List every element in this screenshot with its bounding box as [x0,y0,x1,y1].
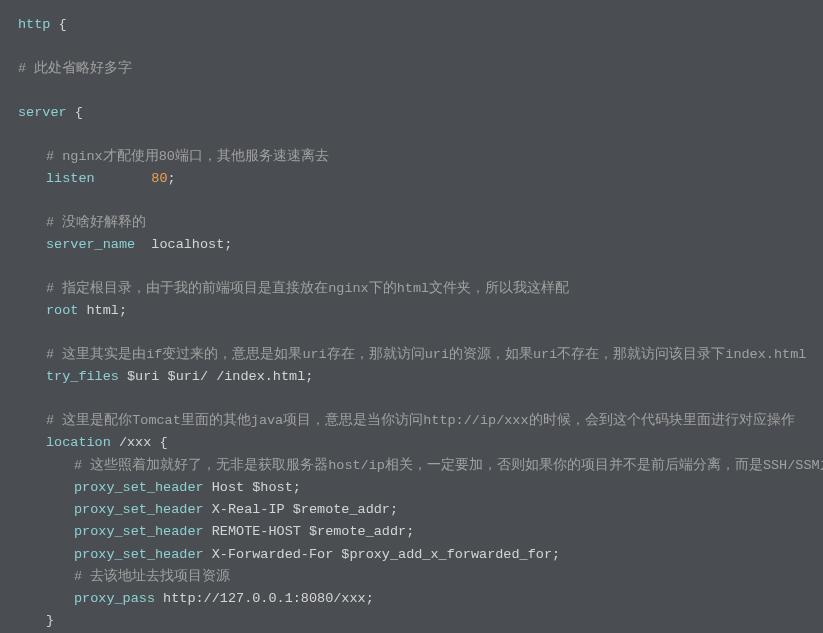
code-line: proxy_set_header REMOTE-HOST $remote_add… [18,521,805,543]
value: X-Forwarded-For $proxy_add_x_forwarded_f… [204,547,560,562]
kw-proxysetheader: proxy_set_header [74,547,204,562]
blank-line [18,388,805,410]
comment: # 此处省略好多字 [18,61,132,76]
kw-servername: server_name [46,237,135,252]
code-line: # 这些照着加就好了，无非是获取服务器host/ip相关，一定要加，否则如果你的… [18,455,805,477]
comment: # 这些照着加就好了，无非是获取服务器host/ip相关，一定要加，否则如果你的… [74,458,823,473]
code-line: http { [18,14,805,36]
code-line: # 这里其实是由if变过来的，意思是如果uri存在，那就访问uri的资源，如果u… [18,344,805,366]
kw-proxysetheader: proxy_set_header [74,480,204,495]
code-line: root html; [18,300,805,322]
kw-proxypass: proxy_pass [74,591,155,606]
code-line: listen 80; [18,168,805,190]
kw-listen: listen [46,171,95,186]
value: localhost; [135,237,232,252]
kw-http: http [18,17,50,32]
num-port: 80 [151,171,167,186]
code-line: proxy_pass http://127.0.0.1:8080/xxx; [18,588,805,610]
comment: # nginx才配使用80端口，其他服务速速离去 [46,149,329,164]
code-line: server_name localhost; [18,234,805,256]
blank-line [18,36,805,58]
blank-line [18,190,805,212]
comment: # 指定根目录，由于我的前端项目是直接放在nginx下的html文件夹，所以我这… [46,281,569,296]
kw-location: location [46,435,111,450]
brace-open: { [159,435,167,450]
code-line: proxy_set_header Host $host; [18,477,805,499]
gap [95,171,152,186]
code-line: } [18,610,805,632]
brace-open: { [67,105,83,120]
kw-server: server [18,105,67,120]
code-line: # 这里是配你Tomcat里面的其他java项目，意思是当你访问http://i… [18,410,805,432]
semicolon: ; [168,171,176,186]
code-line: # nginx才配使用80端口，其他服务速速离去 [18,146,805,168]
code-line: # 此处省略好多字 [18,58,805,80]
brace-close: } [46,613,54,628]
code-line: location /xxx { [18,432,805,454]
code-line: # 没啥好解释的 [18,212,805,234]
comment: # 去该地址去找项目资源 [74,569,230,584]
value: REMOTE-HOST $remote_addr; [204,524,415,539]
comment: # 这里是配你Tomcat里面的其他java项目，意思是当你访问http://i… [46,413,795,428]
comment: # 没啥好解释的 [46,215,146,230]
blank-line [18,256,805,278]
value: html; [78,303,127,318]
code-line: proxy_set_header X-Forwarded-For $proxy_… [18,544,805,566]
value: $uri $uri/ /index.html; [119,369,313,384]
blank-line [18,124,805,146]
code-block: http { # 此处省略好多字 server { # nginx才配使用80端… [0,0,823,633]
value: Host $host; [204,480,301,495]
code-line: # 指定根目录，由于我的前端项目是直接放在nginx下的html文件夹，所以我这… [18,278,805,300]
code-line: try_files $uri $uri/ /index.html; [18,366,805,388]
kw-proxysetheader: proxy_set_header [74,524,204,539]
code-line: proxy_set_header X-Real-IP $remote_addr; [18,499,805,521]
code-line: # 去该地址去找项目资源 [18,566,805,588]
kw-root: root [46,303,78,318]
value: /xxx [111,435,160,450]
comment: # 这里其实是由if变过来的，意思是如果uri存在，那就访问uri的资源，如果u… [46,347,806,362]
blank-line [18,322,805,344]
kw-proxysetheader: proxy_set_header [74,502,204,517]
blank-line [18,80,805,102]
code-line: server { [18,102,805,124]
brace-open: { [50,17,66,32]
value: http://127.0.0.1:8080/xxx; [155,591,374,606]
kw-tryfiles: try_files [46,369,119,384]
value: X-Real-IP $remote_addr; [204,502,398,517]
